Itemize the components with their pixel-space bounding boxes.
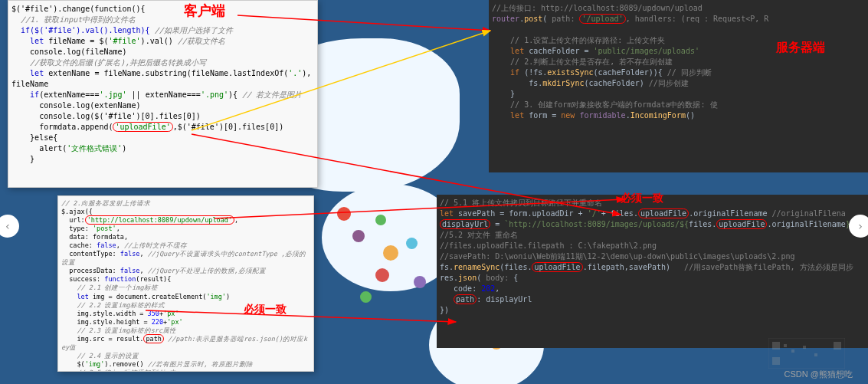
- annotation-client: 客户端: [184, 2, 225, 20]
- annotation-match-2: 必须一致: [244, 303, 287, 317]
- svg-rect-10: [791, 350, 794, 353]
- server-save-panel: // 5.1 将上传文件拷贝到目标路径下并重命名 let savePath = …: [437, 195, 868, 348]
- carousel-next-button[interactable]: ›: [849, 215, 868, 238]
- code-block-router: //上传接口: http://localhost:8089/updown/upl…: [492, 3, 865, 121]
- svg-rect-7: [834, 342, 841, 350]
- chevron-right-icon: ›: [857, 220, 863, 232]
- svg-rect-6: [772, 342, 780, 350]
- client-code-panel: $('#file').change(function(){ //1. 获取inp…: [8, 0, 318, 188]
- svg-rect-12: [814, 353, 817, 356]
- uploadfile-mark-1: 'uploadFile': [113, 122, 172, 132]
- path-mark-server: path: [454, 294, 477, 304]
- uploadfile-mark-4: uploadFile: [532, 262, 582, 272]
- uploadfile-mark-2: uploadFile: [638, 208, 689, 218]
- displayurl-mark: displayUrl: [440, 219, 490, 229]
- code-block-ajax: // 2.向服务器发射上传请求 $.ajax({ url:'http://loc…: [61, 199, 310, 372]
- uploadfile-mark-3: uploadFile: [716, 219, 767, 229]
- url-mark: 'http://localhost:8089/updown/upload': [85, 215, 234, 225]
- annotation-server: 服务器端: [776, 40, 825, 56]
- chevron-left-icon: ‹: [5, 220, 11, 232]
- upload-path-mark: '/upload': [579, 14, 625, 24]
- qr-code-icon: [768, 338, 845, 369]
- annotation-match-1: 必须一致: [621, 192, 663, 205]
- watermark-text: CSDN @熊猫想吃: [784, 369, 853, 380]
- svg-rect-8: [772, 357, 780, 365]
- svg-rect-11: [803, 346, 806, 349]
- code-block-save: // 5.1 将上传文件拷贝到目标路径下并重命名 let savePath = …: [440, 198, 865, 316]
- code-block-client: $('#file').change(function(){ //1. 获取inp…: [11, 4, 314, 165]
- path-mark-client: path: [143, 334, 163, 343]
- svg-rect-9: [784, 344, 787, 347]
- server-router-panel: //上传接口: http://localhost:8089/updown/upl…: [489, 0, 868, 172]
- ajax-code-panel: // 2.向服务器发射上传请求 $.ajax({ url:'http://loc…: [57, 195, 314, 372]
- carousel-prev-button[interactable]: ‹: [0, 215, 19, 238]
